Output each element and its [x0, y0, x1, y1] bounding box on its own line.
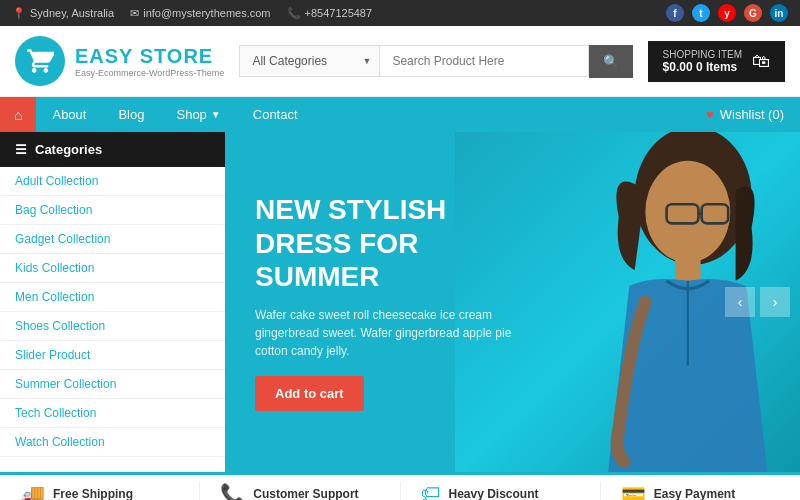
header: EASY STORE Easy-Ecommerce-WordPress-Them… [0, 26, 800, 97]
top-bar-left: 📍 Sydney, Australia ✉ info@mysterythemes… [12, 7, 372, 20]
linkedin-icon[interactable]: in [770, 4, 788, 22]
sidebar-link-slider[interactable]: Slider Product [0, 341, 225, 370]
top-bar: 📍 Sydney, Australia ✉ info@mysterythemes… [0, 0, 800, 26]
bottom-item-shipping: 🚚 Free Shipping [0, 482, 200, 501]
list-item: Tech Collection [0, 399, 225, 428]
bottom-bar: 🚚 Free Shipping 📞 Customer Support 🏷 Hea… [0, 472, 800, 500]
list-item: Bag Collection [0, 196, 225, 225]
hero-description: Wafer cake sweet roll cheesecake ice cre… [255, 306, 515, 360]
shopping-bag-icon: 🛍 [752, 51, 770, 72]
email-icon: ✉ [130, 7, 139, 20]
search-button[interactable]: 🔍 [589, 45, 633, 78]
bottom-item-support: 📞 Customer Support [200, 482, 400, 501]
location-info: 📍 Sydney, Australia [12, 7, 114, 20]
list-item: Summer Collection [0, 370, 225, 399]
sidebar-link-bag[interactable]: Bag Collection [0, 196, 225, 225]
shipping-icon: 🚚 [20, 482, 45, 501]
social-links: f t y G in [666, 4, 788, 22]
list-item: Slider Product [0, 341, 225, 370]
list-item: Men Collection [0, 283, 225, 312]
sidebar-link-tech[interactable]: Tech Collection [0, 399, 225, 428]
cart-info: SHOPPING ITEM $0.00 0 Items [663, 49, 742, 74]
cart-button[interactable]: SHOPPING ITEM $0.00 0 Items 🛍 [648, 41, 785, 82]
logo-title: EASY STORE [75, 45, 224, 68]
logo-area: EASY STORE Easy-Ecommerce-WordPress-Them… [15, 36, 224, 86]
twitter-icon[interactable]: t [692, 4, 710, 22]
logo-icon [15, 36, 65, 86]
hero-content: NEW STYLISH DRESS FOR SUMMER Wafer cake … [255, 193, 515, 411]
svg-point-1 [645, 161, 730, 263]
hero-prev-button[interactable]: ‹ [725, 287, 755, 317]
sidebar-header: ☰ Categories [0, 132, 225, 167]
phone-info: 📞 +8547125487 [287, 7, 373, 20]
search-area: All Categories Adult Collection Bag Coll… [239, 45, 632, 78]
category-wrapper: All Categories Adult Collection Bag Coll… [239, 45, 379, 77]
email-info: ✉ info@mysterythemes.com [130, 7, 270, 20]
nav-item-shop[interactable]: Shop ▼ [160, 97, 236, 132]
discount-icon: 🏷 [421, 482, 441, 500]
nav-spacer [314, 97, 690, 132]
sidebar-link-adult[interactable]: Adult Collection [0, 167, 225, 196]
category-select[interactable]: All Categories Adult Collection Bag Coll… [239, 45, 379, 77]
hero-title: NEW STYLISH DRESS FOR SUMMER [255, 193, 515, 294]
heart-icon: ♥ [706, 107, 714, 122]
hero-next-button[interactable]: › [760, 287, 790, 317]
list-item: Kids Collection [0, 254, 225, 283]
sidebar-link-gadget[interactable]: Gadget Collection [0, 225, 225, 254]
google-icon[interactable]: G [744, 4, 762, 22]
youtube-icon[interactable]: y [718, 4, 736, 22]
hero-slider: NEW STYLISH DRESS FOR SUMMER Wafer cake … [225, 132, 800, 472]
list-item: Watch Collection [0, 428, 225, 457]
nav-item-about[interactable]: About [36, 97, 102, 132]
nav-home-button[interactable]: ⌂ [0, 97, 36, 132]
nav-wishlist[interactable]: ♥ Wishlist (0) [690, 97, 800, 132]
nav-item-contact[interactable]: Contact [237, 97, 314, 132]
sidebar-link-summer[interactable]: Summer Collection [0, 370, 225, 399]
support-icon: 📞 [220, 482, 245, 501]
phone-icon: 📞 [287, 7, 301, 20]
logo-text: EASY STORE Easy-Ecommerce-WordPress-Them… [75, 45, 224, 78]
logo-subtitle: Easy-Ecommerce-WordPress-Theme [75, 68, 224, 78]
sidebar-link-watch[interactable]: Watch Collection [0, 428, 225, 457]
main-content: ☰ Categories Adult Collection Bag Collec… [0, 132, 800, 472]
sidebar-list: Adult Collection Bag Collection Gadget C… [0, 167, 225, 457]
hamburger-icon: ☰ [15, 142, 27, 157]
bottom-item-discount: 🏷 Heavy Discount [401, 482, 601, 500]
main-nav: ⌂ About Blog Shop ▼ Contact ♥ Wishlist (… [0, 97, 800, 132]
cart-icon [26, 47, 54, 75]
search-input[interactable] [379, 45, 588, 77]
list-item: Adult Collection [0, 167, 225, 196]
nav-item-blog[interactable]: Blog [102, 97, 160, 132]
sidebar-link-shoes[interactable]: Shoes Collection [0, 312, 225, 341]
sidebar-link-men[interactable]: Men Collection [0, 283, 225, 312]
list-item: Shoes Collection [0, 312, 225, 341]
sidebar-link-kids[interactable]: Kids Collection [0, 254, 225, 283]
facebook-icon[interactable]: f [666, 4, 684, 22]
hero-add-to-cart-button[interactable]: Add to cart [255, 376, 364, 411]
location-icon: 📍 [12, 7, 26, 20]
sidebar: ☰ Categories Adult Collection Bag Collec… [0, 132, 225, 472]
bottom-item-payment: 💳 Easy Payment [601, 482, 800, 501]
payment-icon: 💳 [621, 482, 646, 501]
list-item: Gadget Collection [0, 225, 225, 254]
chevron-down-icon: ▼ [211, 109, 221, 120]
